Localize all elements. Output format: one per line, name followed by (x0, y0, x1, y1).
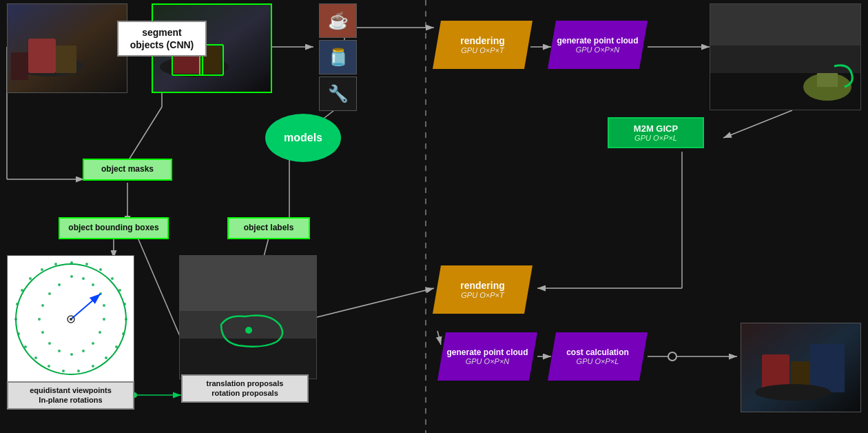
segment-cnn-box: segment objects (CNN) (117, 21, 207, 57)
cnn-label: segment objects (CNN) (130, 27, 194, 50)
equidist-label: equidistant viewpoints (14, 385, 127, 395)
svg-line-17 (317, 288, 434, 317)
svg-point-66 (29, 277, 32, 280)
svg-point-79 (58, 350, 61, 352)
obj-masks-label: object masks (101, 164, 154, 174)
svg-rect-37 (11, 52, 28, 80)
depth-image-top-right (710, 3, 861, 110)
rendering-bottom-box: rendering GPU O×P×T (433, 265, 533, 314)
m2m-gicp-box: M2M GICP GPU O×P×L (608, 117, 704, 148)
svg-point-77 (82, 350, 85, 352)
models-label: models (284, 132, 322, 144)
svg-point-80 (48, 342, 51, 345)
svg-line-22 (723, 110, 792, 138)
svg-rect-98 (710, 46, 861, 73)
pipeline-diagram: ☕ 🫙 🔧 segment objects (CNN) object masks… (0, 0, 868, 433)
svg-point-59 (48, 365, 50, 367)
object-bb-box: object bounding boxes (59, 217, 169, 239)
svg-point-28 (668, 352, 676, 361)
obj-bb-label: object bounding boxes (68, 223, 158, 232)
svg-point-76 (92, 342, 94, 345)
cost-calc-box: cost calculation GPU O×P×L (548, 332, 648, 381)
svg-point-82 (38, 318, 41, 321)
svg-point-73 (103, 304, 105, 307)
rendering-top-label: rendering (460, 35, 505, 46)
svg-point-74 (103, 318, 105, 321)
svg-point-95 (245, 327, 252, 334)
obj-tool-icon: 🔧 (319, 77, 357, 111)
m2m-label: M2M GICP (614, 123, 697, 134)
svg-point-47 (85, 263, 88, 265)
svg-rect-35 (28, 39, 56, 73)
svg-rect-94 (180, 339, 317, 379)
in-plane-label: In-plane rotations (14, 395, 127, 405)
rendering-top-gpu: GPU O×P×T (461, 46, 504, 54)
genpc-bottom-label: generate point cloud (446, 348, 528, 357)
svg-point-56 (92, 365, 94, 367)
svg-point-69 (70, 275, 73, 278)
svg-rect-101 (817, 73, 838, 87)
svg-rect-106 (810, 344, 845, 392)
divider-line (425, 0, 426, 433)
svg-point-68 (54, 263, 57, 265)
svg-point-84 (48, 292, 51, 295)
svg-line-25 (437, 331, 441, 345)
rendering-top-box: rendering GPU O×P×T (433, 21, 533, 69)
svg-point-49 (111, 277, 114, 280)
svg-point-70 (82, 277, 85, 280)
svg-point-107 (755, 384, 831, 401)
rendering-bottom-gpu: GPU O×P×T (461, 291, 504, 299)
svg-point-67 (41, 268, 43, 271)
rendering-bottom-label: rendering (460, 280, 505, 291)
svg-point-89 (70, 318, 72, 321)
object-icons: ☕ 🫙 🔧 (319, 3, 357, 111)
svg-point-60 (34, 356, 37, 359)
svg-point-58 (62, 370, 65, 372)
object-masks-box: object masks (83, 159, 172, 181)
rotation-proposals-label: rotation proposals (188, 388, 302, 398)
svg-point-75 (99, 331, 101, 334)
object-labels-box: object labels (227, 217, 310, 239)
obj-mug-icon: ☕ (319, 3, 357, 38)
svg-rect-92 (180, 256, 317, 311)
genpc-top-box: generate point cloud GPU O×P×N (548, 21, 648, 69)
proposals-box: translation proposals rotation proposals (181, 374, 309, 403)
svg-point-83 (41, 304, 44, 307)
svg-point-57 (77, 370, 80, 372)
obj-labels-label: object labels (244, 223, 294, 232)
scene-image-bottom-right (741, 323, 861, 412)
equidist-box: equidistant viewpoints In-plane rotation… (7, 381, 134, 410)
genpc-bottom-gpu: GPU O×P×N (466, 357, 510, 365)
svg-point-85 (58, 283, 61, 286)
svg-point-71 (92, 283, 94, 286)
viewpoints-circle (7, 255, 134, 383)
genpc-top-label: generate point cloud (557, 36, 638, 46)
cost-label: cost calculation (566, 348, 629, 357)
models-box: models (265, 114, 341, 162)
svg-point-81 (41, 331, 44, 334)
cost-gpu: GPU O×P×L (577, 357, 619, 365)
obj-bottle-icon: 🫙 (319, 40, 357, 74)
svg-point-78 (70, 353, 73, 356)
svg-rect-97 (710, 4, 861, 46)
translation-proposals-label: translation proposals (188, 379, 302, 388)
svg-rect-93 (180, 311, 317, 339)
m2m-gpu: GPU O×P×L (614, 134, 697, 142)
genpc-top-gpu: GPU O×P×N (576, 46, 620, 54)
svg-rect-36 (56, 46, 76, 73)
svg-point-55 (105, 356, 107, 359)
genpc-bottom-box: generate point cloud GPU O×P×N (437, 332, 537, 381)
svg-point-48 (99, 268, 102, 271)
depth-image-center (179, 255, 317, 379)
scene-image-left (7, 3, 127, 93)
